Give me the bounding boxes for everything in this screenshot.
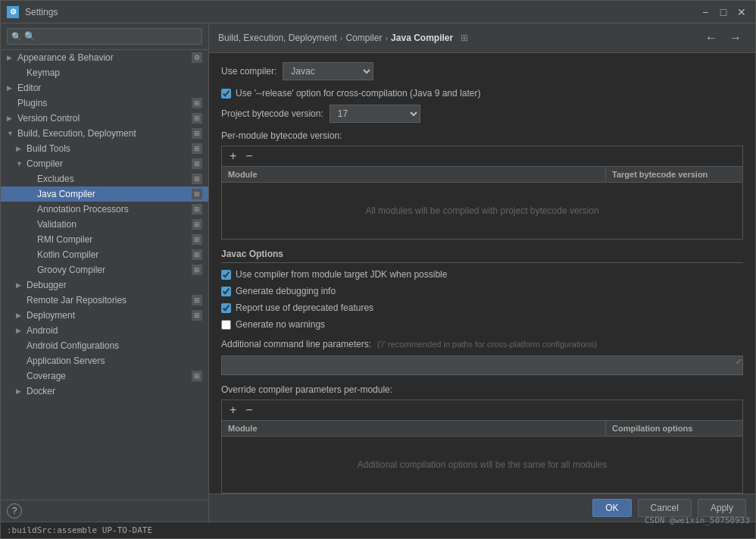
window-title: Settings [25, 7, 698, 17]
opt1-label: Use compiler from module target JDK when… [236, 269, 447, 280]
sidebar-item-appearance[interactable]: ▶ Appearance & Behavior ⚙ [1, 50, 208, 65]
help-button[interactable]: ? [7, 503, 22, 519]
arrow-icon: ▶ [16, 145, 27, 152]
cmd-params-input[interactable] [221, 356, 743, 375]
tools-icon: ⊞ [192, 143, 202, 154]
breadcrumb-part-2: Compiler [345, 33, 382, 43]
breadcrumb-part-1: Build, Execution, Deployment [218, 33, 337, 43]
sidebar-item-excludes[interactable]: Excludes ⊞ [1, 171, 208, 186]
bytecode-version-select[interactable]: 17 [330, 105, 420, 123]
apply-button[interactable]: Apply [698, 499, 746, 517]
per-module-section: Per-module bytecode version: [221, 130, 743, 141]
opt2-checkbox[interactable] [221, 287, 231, 296]
javac-options-title: Javac Options [221, 249, 743, 263]
vcs-icon: ⊞ [192, 113, 202, 124]
per-module-table: + − Module Target bytecode version All m… [221, 146, 743, 240]
sidebar-item-label: RMI Compiler [37, 234, 192, 245]
sidebar-item-groovy[interactable]: Groovy Compiler ⊞ [1, 262, 208, 277]
cross-compile-checkbox[interactable] [221, 89, 231, 99]
ok-button[interactable]: OK [592, 499, 631, 517]
sidebar-item-plugins[interactable]: Plugins ⊞ [1, 96, 208, 111]
search-icon: 🔍 [11, 32, 22, 42]
rmi-icon: ⊞ [192, 234, 202, 245]
sidebar-item-java-compiler[interactable]: Java Compiler ⊞ [1, 186, 208, 202]
sidebar: 🔍 ▶ Appearance & Behavior ⚙ Keymap [1, 24, 209, 522]
panel-nav: ← → [701, 30, 746, 46]
sidebar-item-kotlin[interactable]: Kotlin Compiler ⊞ [1, 247, 208, 262]
sidebar-item-docker[interactable]: ▶ Docker [1, 384, 208, 399]
sidebar-item-remote-jar[interactable]: Remote Jar Repositories ⊞ [1, 293, 208, 308]
sidebar-item-version-control[interactable]: ▶ Version Control ⊞ [1, 111, 208, 126]
opt3-label: Report use of deprecated features [236, 302, 373, 313]
use-compiler-row: Use compiler: Javac [221, 62, 743, 80]
option-row-3: Report use of deprecated features [221, 302, 743, 313]
sidebar-item-label: Plugins [17, 98, 192, 108]
sidebar-item-android[interactable]: ▶ Android [1, 323, 208, 338]
add-override-button[interactable]: + [226, 403, 239, 417]
arrow-icon: ▶ [16, 312, 27, 319]
opt1-checkbox[interactable] [221, 270, 231, 280]
add-module-button[interactable]: + [226, 149, 239, 163]
sidebar-item-build-exec-deploy[interactable]: ▼ Build, Execution, Deployment ⊞ [1, 126, 208, 141]
arrow-icon: ▶ [16, 281, 27, 289]
sidebar-item-editor[interactable]: ▶ Editor [1, 80, 208, 96]
arrow-icon: ▶ [7, 114, 17, 122]
sidebar-item-android-configs[interactable]: Android Configurations [1, 338, 208, 353]
opt4-checkbox[interactable] [221, 320, 231, 330]
arrow-icon: ▶ [16, 327, 27, 334]
sidebar-item-label: Docker [27, 386, 202, 396]
sidebar-item-label: Android Configurations [27, 340, 202, 351]
arrow-icon: ▼ [7, 130, 17, 137]
cross-compile-label: Use '--release' option for cross-compila… [236, 88, 480, 99]
sidebar-item-app-servers[interactable]: Application Servers [1, 353, 208, 368]
sidebar-item-deployment[interactable]: ▶ Deployment ⊞ [1, 308, 208, 323]
breadcrumb-sep-2: › [385, 33, 388, 42]
cancel-button[interactable]: Cancel [638, 499, 692, 517]
table1-col-module: Module [222, 167, 606, 182]
kotlin-icon: ⊞ [192, 249, 202, 260]
forward-button[interactable]: → [725, 30, 746, 46]
table2-col-options: Compilation options [606, 421, 742, 436]
back-button[interactable]: ← [701, 30, 722, 46]
sidebar-item-validation[interactable]: Validation ⊞ [1, 217, 208, 232]
watermark: CSDN @weixin_50750933 [645, 515, 750, 525]
panel-header: Build, Execution, Deployment › Compiler … [209, 24, 755, 53]
cmd-params-label: Additional command line parameters: [221, 339, 371, 349]
sidebar-item-label: Annotation Processors [37, 204, 192, 215]
search-input[interactable] [7, 28, 202, 45]
sidebar-item-annotation[interactable]: Annotation Processors ⊞ [1, 202, 208, 217]
use-compiler-select[interactable]: Javac [283, 62, 373, 80]
settings-window: ⚙ Settings − □ ✕ 🔍 ▶ Appearance & Behavi… [0, 0, 756, 539]
annotation-icon: ⊞ [192, 204, 202, 215]
remove-module-button[interactable]: − [242, 149, 255, 163]
sidebar-item-coverage[interactable]: Coverage ⊞ [1, 368, 208, 384]
titlebar: ⚙ Settings − □ ✕ [1, 1, 755, 24]
arrow-icon: ▶ [16, 387, 27, 395]
opt3-checkbox[interactable] [221, 303, 231, 313]
remove-override-button[interactable]: − [242, 403, 255, 417]
cmd-params-input-wrapper: ⤢ [221, 356, 743, 375]
breadcrumb: Build, Execution, Deployment › Compiler … [218, 33, 696, 43]
coverage-icon: ⊞ [192, 371, 202, 381]
status-text: :buildSrc:assemble UP-TO-DATE [7, 525, 152, 535]
maximize-button[interactable]: □ [716, 5, 731, 20]
close-button[interactable]: ✕ [734, 5, 749, 20]
expand-params-button[interactable]: ⤢ [736, 357, 742, 365]
sidebar-item-keymap[interactable]: Keymap [1, 65, 208, 80]
sidebar-item-label: Groovy Compiler [37, 265, 192, 275]
per-module-label: Per-module bytecode version: [221, 130, 342, 141]
override-table: + − Module Compilation options Additiona… [221, 400, 743, 494]
validation-icon: ⊞ [192, 219, 202, 230]
table1-header: Module Target bytecode version [222, 167, 742, 183]
minimize-button[interactable]: − [698, 5, 713, 20]
sidebar-item-build-tools[interactable]: ▶ Build Tools ⊞ [1, 141, 208, 156]
sidebar-item-label: Validation [37, 219, 192, 230]
sidebar-item-rmi[interactable]: RMI Compiler ⊞ [1, 232, 208, 247]
sidebar-item-label: Excludes [37, 174, 192, 184]
bytecode-version-label: Project bytecode version: [221, 108, 323, 119]
table1-empty-message: All modules will be compiled with projec… [222, 183, 742, 239]
compiler-icon: ⊞ [192, 158, 202, 169]
sidebar-item-compiler[interactable]: ▼ Compiler ⊞ [1, 156, 208, 171]
arrow-icon: ▼ [16, 160, 27, 168]
sidebar-item-debugger[interactable]: ▶ Debugger [1, 277, 208, 293]
